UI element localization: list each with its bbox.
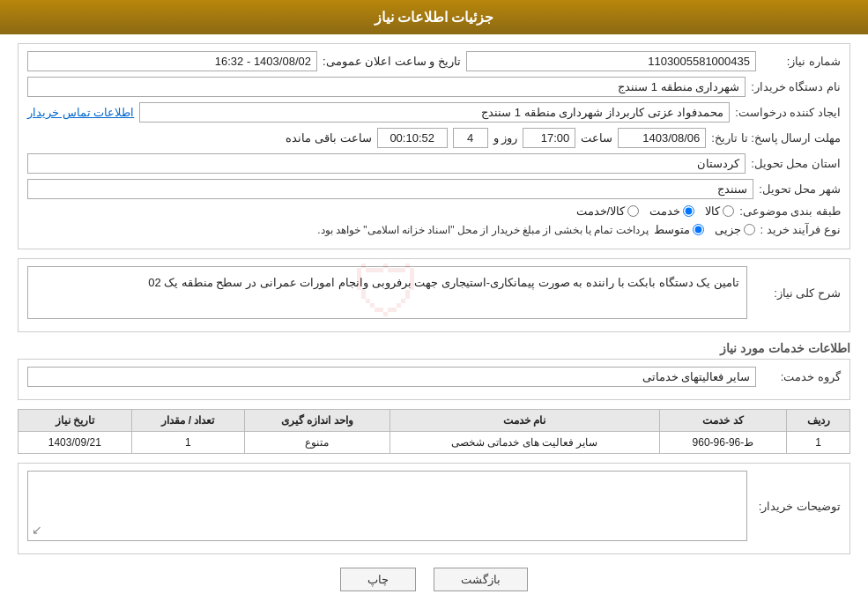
cell-tedad: 1: [131, 432, 244, 454]
sharh-box: 🛡 تامین یک دستگاه بابکت با راننده به صور…: [27, 266, 747, 319]
row-mohlat: مهلت ارسال پاسخ: تا تاریخ: 1403/08/06 سا…: [27, 128, 841, 148]
khadamat-section-title: اطلاعات خدمات مورد نیاز: [18, 341, 850, 355]
cell-nam: سایر فعالیت های خدماتی شخصی: [389, 432, 659, 454]
shahr-value: سنندج: [27, 179, 753, 199]
page-title: جزئیات اطلاعات نیاز: [375, 10, 494, 25]
ijad-label: ایجاد کننده درخواست:: [735, 106, 841, 119]
tabaqe-radio-group: کالا خدمت کالا/خدمت: [576, 204, 735, 218]
row-tosifat: توضیحات خریدار: ↙: [27, 471, 841, 541]
row-farayan: نوع فرآیند خرید : جزیی متوسط پرداخت تمام…: [27, 223, 841, 236]
col-radif: ردیف: [787, 410, 850, 432]
top-section: شماره نیاز: 1103005581000435 تاریخ و ساع…: [18, 43, 850, 249]
tabaqe-kala-radio[interactable]: [723, 205, 734, 217]
tabaqe-kala-label: کالا: [705, 204, 720, 218]
khadamat-table: ردیف کد خدمت نام خدمت واحد اندازه گیری ت…: [18, 409, 850, 454]
sharh-value: تامین یک دستگاه بابکت با راننده به صورت …: [148, 276, 739, 289]
tabaqe-kala-khadamat-radio[interactable]: [627, 205, 639, 217]
ostan-value: کردستان: [27, 153, 746, 174]
page-wrapper: جزئیات اطلاعات نیاز شماره نیاز: 11030055…: [0, 0, 868, 609]
print-button[interactable]: چاپ: [340, 568, 416, 591]
col-tarikh: تاریخ نیاز: [19, 410, 132, 432]
table-header-row: ردیف کد خدمت نام خدمت واحد اندازه گیری ت…: [19, 410, 850, 432]
tabaqe-kala: کالا: [705, 204, 734, 218]
goroh-section: گروه خدمت: سایر فعالیتهای خدماتی: [18, 359, 850, 400]
sharh-label: شرح کلی نیاز:: [753, 286, 841, 300]
shomara-niaz-value: 1103005581000435: [466, 51, 756, 71]
ostan-label: استان محل تحویل:: [751, 157, 841, 170]
resize-icon: ↙: [32, 523, 42, 537]
row-shomara-tarikh: شماره نیاز: 1103005581000435 تاریخ و ساع…: [27, 51, 841, 71]
nam-dastgah-value: شهرداری منطقه 1 سنندج: [27, 77, 746, 97]
col-nam: نام خدمت: [389, 410, 659, 432]
farayan-jozi-radio[interactable]: [744, 224, 755, 235]
page-header: جزئیات اطلاعات نیاز: [0, 0, 868, 34]
row-ostan: استان محل تحویل: کردستان: [27, 153, 841, 174]
row-sharh: شرح کلی نیاز: 🛡 تامین یک دستگاه بابکت با…: [27, 266, 841, 319]
row-goroh: گروه خدمت: سایر فعالیتهای خدماتی: [27, 367, 841, 387]
tabaqe-khadamat-label: خدمت: [649, 204, 680, 218]
farayan-radio-group: جزیی متوسط: [654, 223, 755, 236]
tabaqe-khadamat: خدمت: [649, 204, 694, 218]
ijad-value: محمدفواد عزتی کاربرداز شهرداری منطقه 1 س…: [139, 102, 730, 123]
nam-dastgah-label: نام دستگاه خریدار:: [751, 80, 841, 93]
tosifat-section: توضیحات خریدار: ↙: [18, 463, 850, 554]
cell-vahed: متنوع: [245, 432, 390, 454]
col-tedad: تعداد / مقدار: [131, 410, 244, 432]
ettelaat-tamas-link[interactable]: اطلاعات تماس خریدار: [27, 106, 134, 119]
farayan-mottavaset: متوسط: [654, 223, 704, 236]
sharh-section: شرح کلی نیاز: 🛡 تامین یک دستگاه بابکت با…: [18, 258, 850, 332]
khadamat-table-section: ردیف کد خدمت نام خدمت واحد اندازه گیری ت…: [18, 409, 850, 454]
mohlat-roz-value: 4: [453, 128, 488, 148]
farayan-jozi: جزیی: [715, 223, 755, 236]
col-kod: کد خدمت: [659, 410, 787, 432]
tabaqe-kala-khadamat: کالا/خدمت: [576, 204, 640, 218]
mohlat-date-value: 1403/08/06: [618, 128, 706, 148]
tosifat-label: توضیحات خریدار:: [753, 500, 841, 513]
cell-kod: ط-96-96-960: [659, 432, 787, 454]
goroh-label: گروه خدمت:: [761, 370, 841, 383]
table-row: 1 ط-96-96-960 سایر فعالیت های خدماتی شخص…: [19, 432, 850, 454]
farayan-notice: پرداخت تمام یا بخشی از مبلغ خریدار از مح…: [317, 224, 648, 236]
goroh-value: سایر فعالیتهای خدماتی: [27, 367, 756, 387]
farayan-jozi-label: جزیی: [715, 223, 741, 236]
row-nam-dastgah: نام دستگاه خریدار: شهرداری منطقه 1 سنندج: [27, 77, 841, 97]
mohlat-label: مهلت ارسال پاسخ: تا تاریخ:: [711, 131, 841, 145]
tarikh-label: تاریخ و ساعت اعلان عمومی:: [323, 55, 461, 68]
table-body: 1 ط-96-96-960 سایر فعالیت های خدماتی شخص…: [19, 432, 850, 454]
watermark: 🛡: [352, 236, 423, 349]
mohlat-saat-label: ساعت: [581, 131, 612, 145]
tabaqe-kala-khadamat-label: کالا/خدمت: [576, 204, 626, 218]
cell-tarikh: 1403/09/21: [19, 432, 132, 454]
mohlat-roz-label: روز و: [493, 131, 518, 145]
tarikh-value: 1403/08/02 - 16:32: [27, 51, 317, 71]
button-row: بازگشت چاپ: [18, 568, 850, 605]
tosifat-box: ↙: [27, 471, 747, 541]
mohlat-saat-value: 17:00: [523, 128, 575, 148]
farayan-mottavaset-label: متوسط: [654, 223, 690, 236]
shomara-niaz-label: شماره نیاز:: [761, 55, 841, 68]
farayan-label: نوع فرآیند خرید :: [760, 223, 841, 236]
tabaqe-khadamat-radio[interactable]: [683, 205, 694, 217]
col-vahed: واحد اندازه گیری: [245, 410, 390, 432]
shahr-label: شهر محل تحویل:: [759, 182, 841, 196]
back-button[interactable]: بازگشت: [434, 568, 528, 591]
mohlat-baqi-value: 00:10:52: [377, 128, 448, 148]
mohlat-baqi-label: ساعت باقی مانده: [286, 131, 371, 145]
cell-radif: 1: [787, 432, 850, 454]
tabaqe-label: طبقه بندی موضوعی:: [739, 204, 841, 218]
farayan-mottavaset-radio[interactable]: [693, 224, 704, 235]
row-tabaqe: طبقه بندی موضوعی: کالا خدمت کالا/خدمت: [27, 204, 841, 218]
row-ijad: ایجاد کننده درخواست: محمدفواد عزتی کاربر…: [27, 102, 841, 123]
row-shahr: شهر محل تحویل: سنندج: [27, 179, 841, 199]
content-area: شماره نیاز: 1103005581000435 تاریخ و ساع…: [0, 34, 868, 609]
